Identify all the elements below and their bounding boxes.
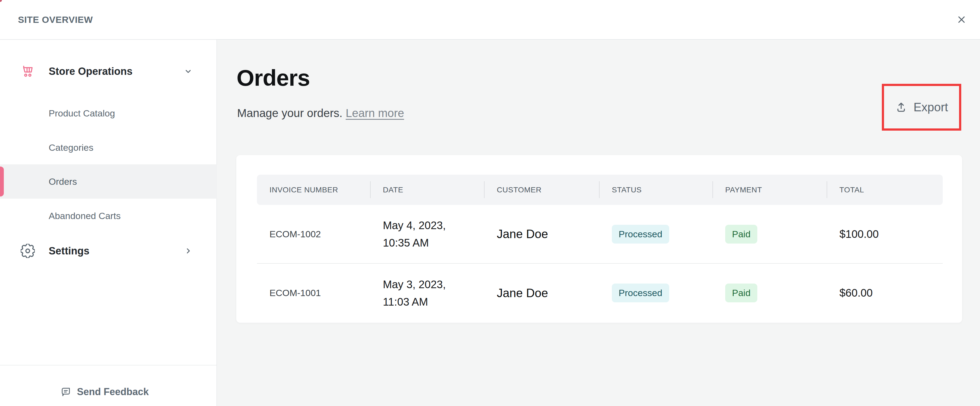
table-row[interactable]: ECOM-1002 May 4, 2023, 10:35 AM Jane Doe… (257, 205, 943, 263)
chevron-down-icon (185, 68, 192, 75)
sidebar-item-label: Product Catalog (49, 108, 115, 119)
sidebar-section-store-operations[interactable]: Store Operations (0, 54, 217, 88)
cell-status: Processed (599, 225, 713, 243)
sidebar-item-orders[interactable]: Orders (0, 165, 217, 199)
cell-invoice-number: ECOM-1001 (257, 288, 371, 298)
sidebar-item-label: Categories (49, 142, 93, 153)
subtitle-text: Manage your orders. (237, 107, 343, 120)
cell-customer: Jane Doe (484, 286, 599, 300)
sidebar-item-product-catalog[interactable]: Product Catalog (0, 96, 217, 130)
cell-total: $100.00 (827, 228, 943, 240)
corner-artifact (0, 0, 2, 2)
cell-total: $60.00 (827, 287, 943, 299)
sidebar: Store Operations Product Catalog Categor… (0, 40, 217, 406)
cell-payment: Paid (713, 283, 827, 302)
cell-date: May 4, 2023, 10:35 AM (371, 217, 484, 251)
column-header-date: DATE (371, 175, 484, 205)
sidebar-item-abandoned-carts[interactable]: Abandoned Carts (0, 199, 217, 233)
sidebar-section-label: Store Operations (49, 66, 132, 77)
close-button[interactable] (953, 11, 970, 28)
upload-icon (895, 101, 907, 113)
table-header-row: INVOICE NUMBER DATE CUSTOMER STATUS PAYM… (257, 175, 943, 205)
cell-invoice-number: ECOM-1002 (257, 229, 371, 240)
export-button-label: Export (913, 101, 948, 114)
table-row[interactable]: ECOM-1001 May 3, 2023, 11:03 AM Jane Doe… (257, 263, 943, 322)
learn-more-link[interactable]: Learn more (345, 107, 404, 120)
send-feedback-label: Send Feedback (77, 386, 149, 398)
chevron-right-icon (185, 247, 192, 254)
window-title: SITE OVERVIEW (18, 0, 93, 39)
speech-bubble-icon (60, 387, 71, 397)
column-header-customer: CUSTOMER (484, 175, 599, 205)
close-icon (958, 16, 966, 24)
gear-icon (21, 244, 35, 258)
sidebar-section-settings[interactable]: Settings (0, 234, 217, 268)
column-header-status: STATUS (599, 175, 713, 205)
cell-customer: Jane Doe (484, 227, 599, 241)
selected-indicator-bar (0, 166, 4, 197)
payment-badge: Paid (725, 225, 757, 243)
sidebar-item-categories[interactable]: Categories (0, 130, 217, 165)
cell-payment: Paid (713, 225, 827, 243)
page-title: Orders (237, 65, 310, 91)
column-header-payment: PAYMENT (713, 175, 827, 205)
export-button[interactable]: Export (895, 101, 948, 114)
page-subtitle: Manage your orders. Learn more (237, 107, 404, 120)
status-badge: Processed (612, 283, 669, 302)
top-bar: SITE OVERVIEW (0, 0, 980, 40)
cart-icon (21, 64, 35, 78)
main-content: Orders Manage your orders. Learn more Ex… (217, 40, 980, 406)
sidebar-section-label: Settings (49, 245, 89, 257)
sidebar-divider (0, 365, 217, 366)
sidebar-item-label: Abandoned Carts (49, 211, 121, 221)
column-header-invoice-number: INVOICE NUMBER (257, 175, 371, 205)
cell-status: Processed (599, 283, 713, 302)
sidebar-item-label: Orders (49, 176, 77, 187)
export-annotation-box: Export (882, 84, 961, 131)
site-overview-window: SITE OVERVIEW Store Operations (0, 0, 980, 406)
column-header-total: TOTAL (827, 175, 943, 205)
payment-badge: Paid (725, 283, 757, 302)
cell-date: May 3, 2023, 11:03 AM (371, 276, 484, 310)
status-badge: Processed (612, 225, 669, 243)
send-feedback-button[interactable]: Send Feedback (0, 375, 217, 406)
orders-table-card: INVOICE NUMBER DATE CUSTOMER STATUS PAYM… (236, 155, 962, 323)
